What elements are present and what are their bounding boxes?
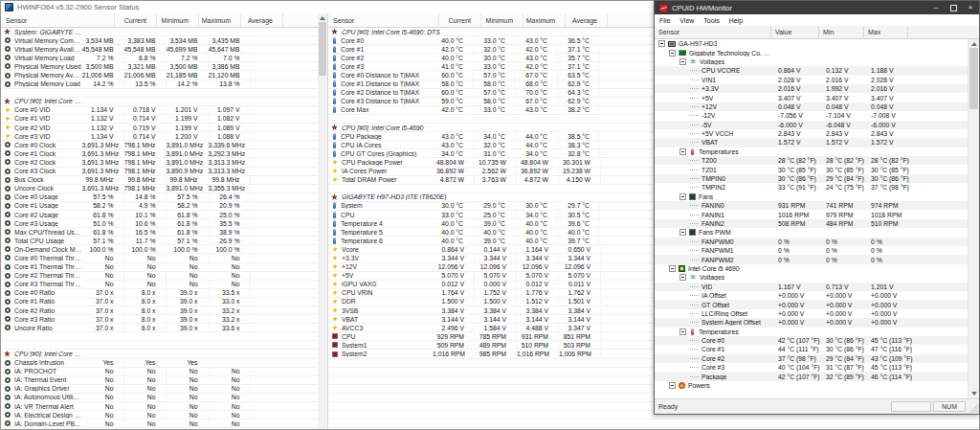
sensor-row[interactable]: Core #3 Clock3,691.3 MHz798.1 MHz3,890.9… xyxy=(1,168,318,176)
expander-icon[interactable] xyxy=(679,229,686,236)
scrollbar-thumb[interactable] xyxy=(969,48,978,109)
tree-leaf-row[interactable]: VBAT1.572 V1.572 V1.572 V xyxy=(655,138,968,147)
column-header-sensor[interactable]: Sensor xyxy=(655,26,771,38)
sensor-row[interactable]: Core #0 VID1.134 V0.718 V1.201 V1.097 V xyxy=(1,106,318,115)
close-button[interactable]: × xyxy=(962,1,979,14)
column-header-sensor[interactable]: Sensor xyxy=(328,13,439,27)
tree-leaf-row[interactable]: FANIN2508 RPM484 RPM510 RPM xyxy=(655,219,968,228)
sensor-row[interactable]: Core #3 Thermal ThrottlingNoNoNoNo xyxy=(1,281,318,289)
sensor-row[interactable]: Core #2 Thermal ThrottlingNoNoNoNo xyxy=(1,272,318,281)
sensor-row[interactable]: IA: Autonomous Utilization-Based Fr...No… xyxy=(1,394,318,402)
sensor-row[interactable]: Core #1 Thermal ThrottlingNoNoNoNo xyxy=(1,263,318,272)
tree-leaf-row[interactable]: +12V0.048 V0.048 V0.048 V xyxy=(655,102,968,111)
sensor-group-row[interactable]: CPU [#0]: Intel Core i5-4690 xyxy=(1,98,318,106)
tree-node-row[interactable]: Temperatures xyxy=(655,147,968,156)
sensor-row[interactable]: Bus Clock99.8 MHz99.8 MHz99.8 MHz99.8 MH… xyxy=(1,176,318,185)
expander-icon[interactable] xyxy=(669,50,676,57)
menu-tools[interactable]: Tools xyxy=(699,17,724,24)
tree-leaf-row[interactable]: VID1.167 V0.713 V1.201 V xyxy=(655,283,968,291)
tree-leaf-row[interactable]: VIN12.028 V2.016 V2.028 V xyxy=(655,76,968,84)
tree-leaf-row[interactable]: FANIN11016 RPM979 RPM1018 RPM xyxy=(655,210,968,218)
sensor-row[interactable]: Core #3 VID1.134 V0.714 V1.200 V1.088 V xyxy=(1,132,318,141)
column-header-sensor[interactable]: Sensor xyxy=(1,13,115,27)
expander-icon[interactable] xyxy=(669,382,676,389)
tree-node-row[interactable]: Gigabyte Technology Co. Ltd.... xyxy=(655,48,968,57)
tree-leaf-row[interactable]: Core #340 °C (104 °F)31 °C (87 °F)45 °C … xyxy=(655,363,968,372)
hwmonitor-titlebar[interactable]: CPUID HWMonitor – × xyxy=(655,1,979,14)
tree-node-row[interactable]: Fans PWM xyxy=(655,228,968,237)
tree-node-row[interactable]: ≈Voltages xyxy=(655,273,968,282)
tree-leaf-row[interactable]: GT Offset+0.000 V+0.000 V+0.000 V xyxy=(655,300,968,308)
tree-leaf-row[interactable]: Core #042 °C (107 °F)30 °C (86 °F)45 °C … xyxy=(655,336,968,345)
sensor-row[interactable]: Core #1 Ratio37.0 x8.0 x39.0 x33.0 x xyxy=(1,298,318,306)
sensor-group-row[interactable]: CPU [#0]: Intel Core i5-4690: Perfor... xyxy=(1,350,318,358)
tree-leaf-row[interactable]: FANIN0931 RPM741 RPM974 RPM xyxy=(655,201,968,210)
tree-node-row[interactable]: Intel Core i5 4690 xyxy=(655,264,968,273)
tree-leaf-row[interactable]: FANPWM20 %0 %0 % xyxy=(655,255,968,263)
tree-leaf-row[interactable]: -5V-6.000 V-6.048 V-6.000 V xyxy=(655,121,968,129)
sensor-row[interactable]: Virtual Memory Load7.2 %6.8 %7.2 %7.0 % xyxy=(1,54,318,62)
scroll-down-icon[interactable] xyxy=(971,392,977,396)
sensor-row[interactable]: Core #1 Usage58.2 %4.9 %58.2 %20.9 % xyxy=(1,202,318,211)
sensor-row[interactable]: IA: VR Thermal AlertNoNoNoNo xyxy=(1,402,318,411)
sensor-row[interactable]: Core #3 Ratio37.0 x8.0 x39.0 x33.2 x xyxy=(1,315,318,324)
tree-leaf-row[interactable]: +3.3V2.016 V1.992 V2.016 V xyxy=(655,84,968,93)
sensor-row[interactable]: Core #2 VID1.132 V0.719 V1.199 V1.089 V xyxy=(1,124,318,132)
column-header-current[interactable]: Current xyxy=(115,13,157,27)
sensor-row[interactable]: IA: Electrical Design Point/Other (IC...… xyxy=(1,411,318,419)
tree-leaf-row[interactable]: TZ0130 °C (85 °F)30 °C (85 °F)30 °C (85 … xyxy=(655,165,968,173)
tree-node-row[interactable]: Powers xyxy=(655,381,968,390)
maximize-button[interactable] xyxy=(945,1,962,14)
sensor-row[interactable]: Total CPU Usage57.1 %11.7 %57.1 %26.9 % xyxy=(1,237,318,245)
expander-icon[interactable] xyxy=(679,58,686,65)
sensor-row[interactable]: Core #1 VID1.132 V0.714 V1.199 V1.082 V xyxy=(1,115,318,124)
tree-leaf-row[interactable]: TMPIN233 °C (91 °F)24 °C (75 °F)37 °C (9… xyxy=(655,183,968,192)
scroll-up-icon[interactable] xyxy=(971,42,977,46)
resize-grip[interactable] xyxy=(968,401,979,413)
tree-leaf-row[interactable]: TZ0028 °C (82 °F)28 °C (82 °F)28 °C (82 … xyxy=(655,156,968,165)
sensor-row[interactable]: Uncore Clock3,691.3 MHz798.1 MHz3,891.0 … xyxy=(1,185,318,193)
tree-leaf-row[interactable]: CPU VCORE0.864 V0.132 V1.188 V xyxy=(655,66,968,75)
column-header-average[interactable]: Average xyxy=(241,13,283,27)
tree-leaf-row[interactable]: Core #237 °C (98 °F)29 °C (84 °F)43 °C (… xyxy=(655,354,968,363)
tree-node-row[interactable]: GA-H97-HD3 xyxy=(655,39,968,48)
sensor-row[interactable]: Uncore Ratio37.0 x8.0 x39.0 x33.6 x xyxy=(1,324,318,332)
column-header-minimum[interactable]: Minimum xyxy=(157,13,199,27)
tree-leaf-row[interactable]: FANPWM00 %0 %0 % xyxy=(655,238,968,246)
sensor-row[interactable]: IA: Graphics DriverNoNoNoNo xyxy=(1,385,318,394)
sensor-row[interactable]: Virtual Memory Commited3,534 MB3,383 MB3… xyxy=(1,36,318,45)
expander-icon[interactable] xyxy=(679,274,686,281)
sensor-row[interactable]: Core #0 Clock3,691.3 MHz798.1 MHz3,891.0… xyxy=(1,141,318,149)
sensor-row[interactable]: Core #2 Usage61.8 %10.1 %61.8 %25.0 % xyxy=(1,211,318,219)
expander-icon[interactable] xyxy=(679,328,686,335)
tree-leaf-row[interactable]: +5V VCCH2.843 V2.843 V2.843 V xyxy=(655,129,968,138)
expander-icon[interactable] xyxy=(679,148,686,155)
sensor-group-row[interactable]: System: GIGABYTE H97-HD3 xyxy=(1,28,318,36)
tree-leaf-row[interactable]: TMPIN030 °C (86 °F)29 °C (84 °F)30 °C (8… xyxy=(655,174,968,183)
sensor-row[interactable]: Max CPU/Thread Usage61.8 %16.5 %61.8 %38… xyxy=(1,228,318,237)
sensor-row[interactable]: Chassis IntrusionYesYesYes xyxy=(1,359,318,368)
hwmonitor-scrollbar[interactable] xyxy=(968,39,979,398)
sensor-row[interactable]: Core #0 Usage57.5 %14.8 %57.5 %26.4 % xyxy=(1,193,318,202)
minimize-button[interactable]: – xyxy=(927,1,945,14)
column-header-min[interactable]: Min xyxy=(819,26,864,38)
sensor-row[interactable]: IA: Thermal EventNoNoNoNo xyxy=(1,376,318,385)
column-header-minimum[interactable]: Minimum xyxy=(481,13,523,27)
column-header-current[interactable]: Current xyxy=(439,13,481,27)
sensor-row[interactable]: Core #0 Thermal ThrottlingNoNoNoNo xyxy=(1,254,318,262)
sensor-row[interactable]: Physical Memory Load14.2 %13.5 %14.2 %13… xyxy=(1,80,318,89)
column-header-average[interactable]: Average xyxy=(566,13,608,27)
sensor-row[interactable]: Core #2 Ratio37.0 x8.0 x39.0 x33.2 x xyxy=(1,306,318,315)
sensor-row[interactable]: Core #1 Clock3,691.3 MHz798.1 MHz3,891.0… xyxy=(1,149,318,158)
tree-leaf-row[interactable]: LLC/Ring Offset+0.000 V+0.000 V+0.000 V xyxy=(655,309,968,318)
expander-icon[interactable] xyxy=(669,265,676,272)
sensor-row[interactable]: Virtual Memory Available45,548 MB45,548 … xyxy=(1,45,318,54)
tree-node-row[interactable]: Fans xyxy=(655,192,968,201)
sensor-row[interactable]: IA: PROCHOTNoNoNoNo xyxy=(1,368,318,376)
sensor-row[interactable]: Core #2 Clock3,691.3 MHz798.1 MHz3,891.0… xyxy=(1,158,318,167)
tree-leaf-row[interactable]: IA Offset+0.000 V+0.000 V+0.000 V xyxy=(655,291,968,300)
tree-node-row[interactable]: ≈Voltages xyxy=(655,57,968,66)
expander-icon[interactable] xyxy=(679,193,686,200)
hwinfo-left-scrollbar[interactable] xyxy=(318,13,327,429)
column-header-value[interactable]: Value xyxy=(771,26,819,38)
